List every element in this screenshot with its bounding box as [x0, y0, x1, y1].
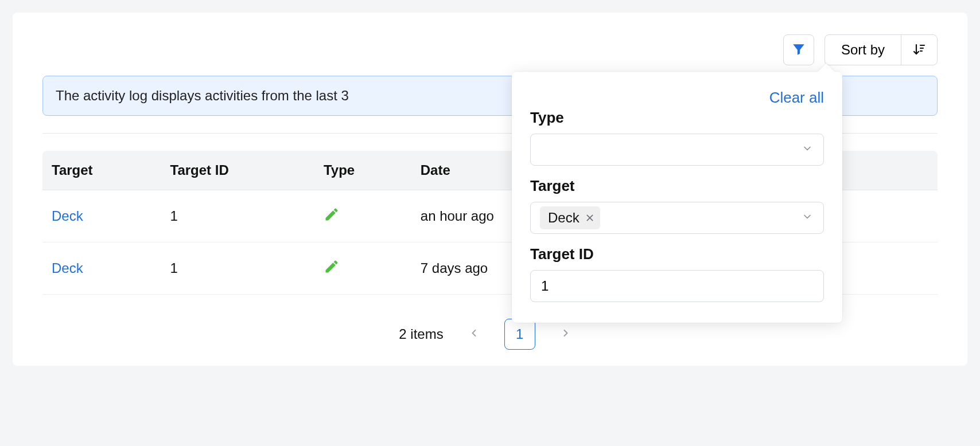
- filter-target-chip-label: Deck: [548, 210, 580, 226]
- sort-desc-icon: [912, 42, 926, 58]
- next-page-button[interactable]: [550, 319, 581, 350]
- target-link[interactable]: Deck: [52, 260, 83, 276]
- col-target: Target: [42, 151, 162, 190]
- col-target-id: Target ID: [162, 151, 316, 190]
- prev-page-button[interactable]: [458, 319, 489, 350]
- filter-target-id-input[interactable]: [540, 271, 814, 302]
- filter-target-chip: Deck: [540, 206, 600, 229]
- target-id-cell: 1: [162, 242, 316, 295]
- filter-target-id-label: Target ID: [530, 245, 824, 263]
- filter-target-id-input-wrap: [530, 270, 824, 302]
- target-id-cell: 1: [162, 190, 316, 242]
- col-type: Type: [316, 151, 413, 190]
- chevron-left-icon: [468, 326, 480, 342]
- sort-direction-button[interactable]: [901, 35, 937, 65]
- pagination: 2 items 1: [42, 319, 938, 350]
- items-count: 2 items: [399, 326, 443, 342]
- filter-type-label: Type: [530, 109, 824, 127]
- page-number: 1: [516, 326, 523, 342]
- sort-by-label: Sort by: [841, 42, 885, 58]
- page-1-button[interactable]: 1: [504, 319, 535, 350]
- filter-popover: Clear all Type Target Deck: [512, 72, 842, 323]
- chevron-down-icon: [802, 210, 813, 226]
- filter-target-label: Target: [530, 177, 824, 195]
- edit-icon: [324, 262, 340, 277]
- clear-all-button[interactable]: Clear all: [769, 89, 824, 107]
- edit-icon: [324, 210, 340, 225]
- chip-remove-button[interactable]: [585, 213, 594, 222]
- sort-by-button[interactable]: Sort by: [825, 35, 901, 65]
- toolbar: Sort by: [42, 34, 938, 65]
- filter-target-select[interactable]: Deck: [530, 202, 824, 234]
- target-link[interactable]: Deck: [52, 208, 83, 224]
- chevron-down-icon: [802, 142, 813, 158]
- filter-button[interactable]: [783, 34, 814, 65]
- funnel-icon: [791, 42, 806, 58]
- chevron-right-icon: [560, 326, 571, 342]
- sort-group: Sort by: [825, 34, 938, 65]
- info-banner-text: The activity log displays activities fro…: [56, 88, 349, 103]
- filter-type-select[interactable]: [530, 134, 824, 166]
